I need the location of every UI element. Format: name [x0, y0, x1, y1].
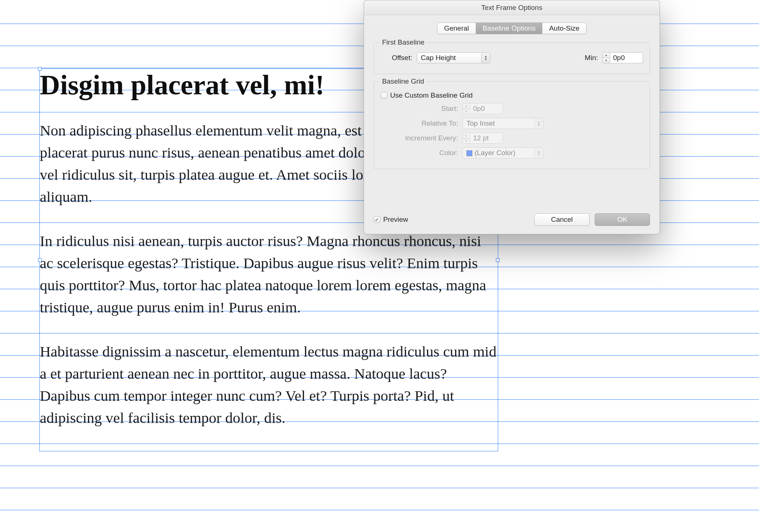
min-input[interactable]	[610, 52, 643, 63]
relative-to-select: Top Inset	[462, 118, 543, 129]
color-select: (Layer Color)	[462, 147, 543, 158]
offset-label: Offset:	[381, 54, 417, 62]
group-legend: Baseline Grid	[379, 77, 427, 85]
preview-checkbox[interactable]: Preview	[374, 216, 408, 224]
dialog-title: Text Frame Options	[364, 0, 660, 15]
stepper-arrows-icon	[534, 148, 543, 158]
relative-to-value: Top Inset	[466, 119, 506, 127]
baseline-grid-line	[0, 510, 759, 510]
tab-general[interactable]: General	[437, 22, 476, 34]
document-paragraph[interactable]: In ridiculus nisi aenean, turpis auctor …	[40, 230, 498, 318]
preview-label: Preview	[383, 216, 408, 224]
cancel-button[interactable]: Cancel	[534, 213, 590, 226]
baseline-grid-line	[0, 488, 759, 488]
stepper-arrows-icon	[481, 53, 490, 63]
dialog-footer: Preview Cancel OK	[374, 213, 650, 226]
increment-label: Increment Every:	[381, 134, 462, 142]
stepper-arrows-icon	[534, 118, 543, 129]
stepper-buttons[interactable]: ▴▾	[602, 52, 610, 63]
color-label: Color:	[381, 149, 462, 157]
stepper-buttons: ▴▾	[462, 133, 470, 144]
group-legend: First Baseline	[379, 38, 427, 46]
text-frame-options-dialog: Text Frame Options General Baseline Opti…	[364, 0, 660, 234]
color-swatch-icon	[466, 150, 472, 156]
checkbox-box-icon	[381, 92, 387, 99]
frame-handle[interactable]	[38, 67, 42, 71]
use-custom-baseline-checkbox[interactable]: Use Custom Baseline Grid	[381, 91, 473, 99]
first-baseline-group: First Baseline Offset: Cap Height Min: ▴…	[374, 42, 650, 74]
stepper-buttons: ▴▾	[462, 103, 470, 114]
frame-handle[interactable]	[38, 258, 42, 262]
color-value: (Layer Color)	[475, 149, 515, 157]
relative-to-label: Relative To:	[381, 119, 462, 127]
offset-value: Cap Height	[421, 54, 467, 62]
ok-button[interactable]: OK	[595, 213, 650, 226]
tab-auto-size[interactable]: Auto-Size	[542, 22, 586, 34]
baseline-grid-line	[0, 466, 759, 466]
frame-handle[interactable]	[496, 258, 500, 262]
increment-input	[470, 133, 503, 144]
start-label: Start:	[381, 105, 462, 113]
tab-baseline-options[interactable]: Baseline Options	[476, 22, 543, 34]
baseline-grid-group: Baseline Grid Use Custom Baseline Grid S…	[374, 81, 650, 169]
tab-bar: General Baseline Options Auto-Size	[374, 22, 650, 34]
offset-select[interactable]: Cap Height	[417, 52, 490, 63]
use-custom-baseline-label: Use Custom Baseline Grid	[390, 91, 473, 99]
checkbox-box-icon	[374, 216, 380, 223]
min-label: Min:	[580, 54, 602, 62]
start-stepper: ▴▾	[462, 103, 503, 114]
min-stepper[interactable]: ▴▾	[602, 52, 643, 63]
increment-stepper: ▴▾	[462, 133, 503, 144]
start-input	[470, 103, 503, 114]
document-paragraph[interactable]: Habitasse dignissim a nascetur, elementu…	[40, 340, 498, 429]
